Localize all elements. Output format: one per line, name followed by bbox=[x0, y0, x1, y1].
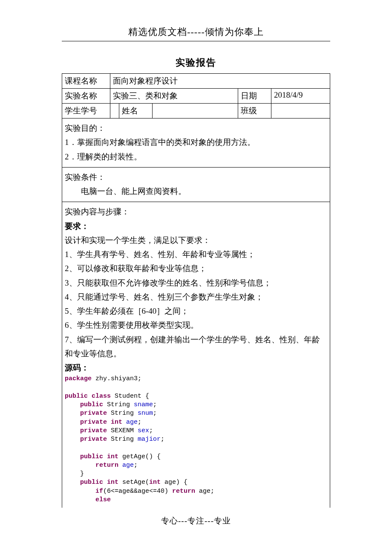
label-course: 课程名称 bbox=[62, 74, 110, 89]
label-date: 日期 bbox=[238, 89, 271, 104]
label-sid: 学生学号 bbox=[62, 104, 110, 119]
requirements-item: 2、可以修改和获取年龄和专业等信息； bbox=[65, 261, 327, 275]
info-table: 课程名称 面向对象程序设计 实验名称 实验三、类和对象 日期 2018/4/9 … bbox=[62, 73, 330, 508]
code-field: age bbox=[122, 462, 134, 469]
code-text: ; bbox=[149, 427, 153, 434]
requirements-item: 4、只能通过学号、姓名、性别三个参数产生学生对象； bbox=[65, 290, 327, 304]
code-text: String bbox=[107, 436, 138, 443]
purpose-item: 2．理解类的封装性。 bbox=[65, 150, 327, 164]
code-kw: public int bbox=[80, 479, 118, 486]
label-class: 班级 bbox=[238, 104, 271, 119]
code-text: ; bbox=[138, 419, 141, 426]
code-kw: private bbox=[80, 427, 107, 434]
requirements-item: 1、学生具有学号、姓名、性别、年龄和专业等属性； bbox=[65, 247, 327, 261]
code-kw: package bbox=[65, 375, 92, 382]
code-text: String bbox=[107, 410, 138, 417]
section-purpose: 实验目的： 1．掌握面向对象编程语言中的类和对象的使用方法。 2．理解类的封装性… bbox=[62, 119, 330, 168]
code-kw: private bbox=[80, 410, 107, 417]
value-name bbox=[152, 104, 238, 119]
code-kw: if bbox=[95, 488, 103, 495]
requirements-item: 6、学生性别需要使用枚举类型实现。 bbox=[65, 318, 327, 332]
conditions-text: 电脑一台、能上网查阅资料。 bbox=[81, 187, 186, 196]
value-date: 2018/4/9 bbox=[271, 89, 330, 104]
value-exp: 实验三、类和对象 bbox=[110, 89, 238, 104]
purpose-heading: 实验目的： bbox=[65, 121, 327, 135]
requirements-intro: 设计和实现一个学生类，满足以下要求： bbox=[65, 233, 327, 247]
code-text: getAge() { bbox=[118, 453, 161, 460]
value-course: 面向对象程序设计 bbox=[110, 74, 330, 89]
code-text: ; bbox=[153, 410, 157, 417]
report-title: 实验报告 bbox=[62, 56, 330, 69]
code-kw: public class bbox=[65, 393, 111, 400]
code-text: } bbox=[80, 470, 84, 477]
source-heading: 源码： bbox=[65, 361, 327, 375]
conditions-item: 电脑一台、能上网查阅资料。 bbox=[65, 184, 327, 198]
code-kw: return bbox=[172, 488, 195, 495]
source-code: package zhy.shiyan3; public class Studen… bbox=[65, 375, 327, 504]
value-class bbox=[271, 104, 330, 119]
code-field: majior bbox=[138, 436, 161, 443]
label-exp: 实验名称 bbox=[62, 89, 110, 104]
code-kw: else bbox=[95, 496, 111, 503]
section-steps: 实验内容与步骤： 要求： 设计和实现一个学生类，满足以下要求： 1、学生具有学号… bbox=[62, 202, 330, 508]
code-text: zhy.shiyan3; bbox=[92, 375, 141, 382]
requirements-item: 3、只能获取但不允许修改学生的姓名、性别和学号信息； bbox=[65, 276, 327, 290]
code-text: (6<=age&&age<=40) bbox=[103, 488, 172, 495]
steps-heading: 实验内容与步骤： bbox=[65, 205, 327, 219]
page-footer: 专心---专注---专业 bbox=[62, 515, 330, 526]
code-text: SEXENM bbox=[107, 427, 138, 434]
code-kw: public int bbox=[80, 453, 118, 460]
section-conditions: 实验条件： 电脑一台、能上网查阅资料。 bbox=[62, 167, 330, 202]
code-field: age bbox=[126, 419, 138, 426]
page-header: 精选优质文档-----倾情为你奉上 bbox=[62, 26, 330, 41]
code-text: String bbox=[103, 401, 134, 408]
code-kw: return bbox=[95, 462, 118, 469]
code-text: ; bbox=[161, 436, 164, 443]
code-kw: private int bbox=[80, 419, 122, 426]
code-kw: public bbox=[80, 401, 103, 408]
label-name: 姓名 bbox=[119, 104, 152, 119]
code-kw: int bbox=[149, 479, 161, 486]
code-field: snum bbox=[138, 410, 153, 417]
code-text: setAge( bbox=[118, 479, 149, 486]
code-text: Student { bbox=[111, 393, 149, 400]
code-field: sname bbox=[134, 401, 153, 408]
requirements-item: 7、编写一个测试例程，创建并输出一个学生的学号、姓名、性别、年龄和专业等信息。 bbox=[65, 332, 327, 361]
code-text: ; bbox=[134, 462, 138, 469]
code-text: ; bbox=[153, 401, 157, 408]
value-sid bbox=[110, 104, 119, 119]
requirements-item: 5、学生年龄必须在［6-40］之间； bbox=[65, 304, 327, 318]
code-field: sex bbox=[138, 427, 149, 434]
requirements-heading: 要求： bbox=[65, 219, 327, 233]
code-text: age) { bbox=[161, 479, 187, 486]
code-text: age; bbox=[195, 488, 214, 495]
code-kw: private bbox=[80, 436, 107, 443]
purpose-item: 1．掌握面向对象编程语言中的类和对象的使用方法。 bbox=[65, 135, 327, 149]
conditions-heading: 实验条件： bbox=[65, 170, 327, 184]
